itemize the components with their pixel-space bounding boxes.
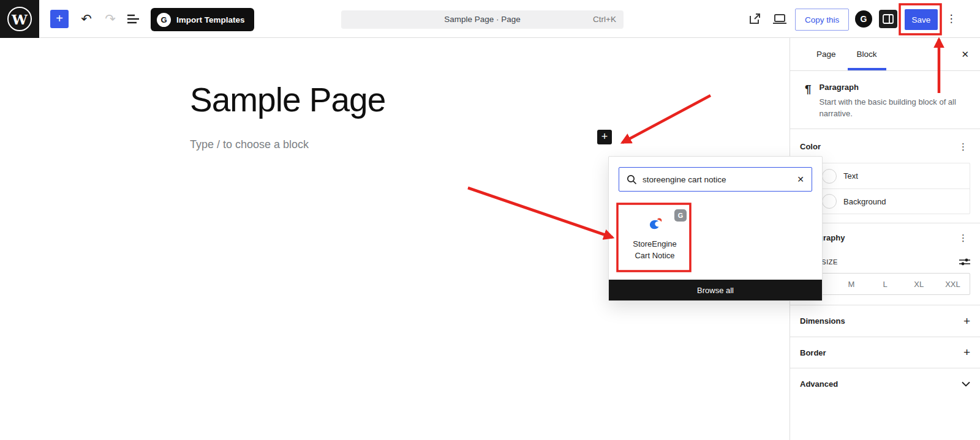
arrow-to-inserter xyxy=(622,95,710,143)
external-link-icon xyxy=(748,12,761,26)
color-background-label: Background xyxy=(843,197,886,206)
plus-icon: + xyxy=(963,346,970,359)
font-size-segmented-control: S M L XL XXL xyxy=(800,273,970,295)
block-search-input[interactable]: storeengine cart notice ✕ xyxy=(619,167,812,192)
preview-device-button[interactable] xyxy=(772,12,788,26)
panel-border[interactable]: Border + xyxy=(790,337,980,368)
editor-toolbar: W + ↶ ↷ G Import Templates Sample Page ·… xyxy=(0,0,980,38)
laptop-icon xyxy=(772,12,788,26)
clear-search-button[interactable]: ✕ xyxy=(797,174,804,184)
document-overview-button[interactable] xyxy=(127,14,141,24)
block-name: Paragraph xyxy=(820,83,959,92)
tab-block[interactable]: Block xyxy=(846,38,888,70)
wordpress-block-editor: W + ↶ ↷ G Import Templates Sample Page ·… xyxy=(0,0,980,440)
import-templates-label: Import Templates xyxy=(176,15,245,24)
gutenkit-icon: G xyxy=(157,13,171,27)
font-size-xl[interactable]: XL xyxy=(902,274,936,294)
search-icon xyxy=(627,174,637,185)
close-sidebar-button[interactable]: ✕ xyxy=(959,38,971,71)
panel-dimensions[interactable]: Dimensions + xyxy=(790,305,980,337)
list-view-icon xyxy=(127,14,141,24)
font-size-m[interactable]: M xyxy=(834,274,868,294)
empty-block-placeholder[interactable]: Type / to choose a block xyxy=(190,138,309,151)
browse-all-button[interactable]: Browse all xyxy=(609,280,822,300)
chevron-down-icon xyxy=(962,381,970,387)
wordpress-logo-icon: W xyxy=(7,7,32,31)
font-size-settings-icon[interactable] xyxy=(959,258,970,266)
color-row-text[interactable]: Text xyxy=(801,163,970,188)
document-title: Sample Page · Page xyxy=(341,10,624,29)
color-heading: Color xyxy=(800,142,821,151)
color-options-button[interactable]: ⋮ xyxy=(956,141,970,152)
font-size-l[interactable]: L xyxy=(868,274,902,294)
save-button[interactable]: Save xyxy=(905,9,938,30)
sidebar-tabs: Page Block ✕ xyxy=(790,38,980,71)
command-center-bar[interactable]: Sample Page · Page Ctrl+K xyxy=(341,10,624,29)
color-row-background[interactable]: Background xyxy=(801,188,970,214)
search-value: storeengine cart notice xyxy=(643,175,791,184)
text-color-swatch xyxy=(822,169,837,184)
undo-button[interactable]: ↶ xyxy=(78,10,95,28)
font-size-xxl[interactable]: XXL xyxy=(936,274,970,294)
block-info-card: ¶ Paragraph Start with the basic buildin… xyxy=(790,71,980,129)
block-inserter-toggle-button[interactable]: + xyxy=(50,10,69,28)
wordpress-menu-button[interactable]: W xyxy=(0,0,39,38)
block-result-storeengine-cart-notice[interactable]: G StoreEngine Cart Notice xyxy=(619,205,691,272)
typography-options-button[interactable]: ⋮ xyxy=(956,232,970,244)
sidebar-panel-icon xyxy=(883,14,894,24)
save-label: Save xyxy=(912,15,931,24)
block-result-label: StoreEngine Cart Notice xyxy=(633,239,677,262)
block-inserter-popup: storeengine cart notice ✕ G StoreEngine … xyxy=(608,156,823,301)
inline-block-inserter-button[interactable]: + xyxy=(597,130,612,144)
options-menu-button[interactable]: ⋮ xyxy=(946,12,957,26)
tab-page[interactable]: Page xyxy=(806,38,846,70)
gutenkit-badge-icon: G xyxy=(674,209,687,222)
page-title[interactable]: Sample Page xyxy=(190,80,385,119)
import-templates-button[interactable]: G Import Templates xyxy=(151,8,254,31)
redo-button-disabled: ↷ xyxy=(102,10,119,28)
storeengine-logo-icon xyxy=(646,215,663,232)
view-page-button[interactable] xyxy=(748,12,761,26)
paragraph-icon: ¶ xyxy=(805,83,812,129)
copy-this-button[interactable]: Copy this xyxy=(795,9,849,31)
gutenkit-settings-button[interactable]: G xyxy=(855,10,872,28)
command-shortcut: Ctrl+K xyxy=(593,10,616,29)
color-text-label: Text xyxy=(843,171,858,181)
plus-icon: + xyxy=(963,315,970,328)
arrow-to-block-result xyxy=(468,188,612,237)
settings-sidebar-toggle[interactable] xyxy=(879,10,897,28)
gutenkit-icon: G xyxy=(861,14,867,24)
block-description: Start with the basic building block of a… xyxy=(820,97,959,120)
background-color-swatch xyxy=(822,194,837,209)
panel-advanced[interactable]: Advanced xyxy=(790,368,980,399)
copy-this-label: Copy this xyxy=(805,15,839,24)
